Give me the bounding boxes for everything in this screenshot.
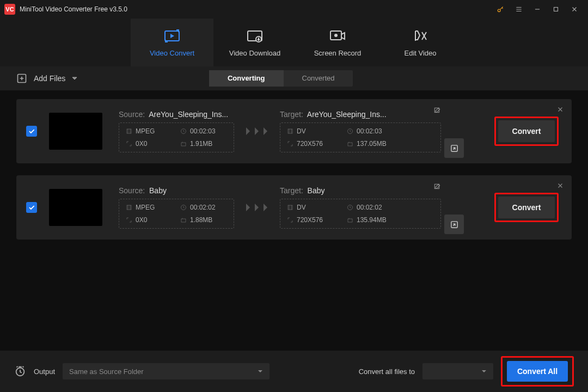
tab-screen-record[interactable]: Screen Record bbox=[296, 19, 379, 66]
target-settings-button[interactable] bbox=[444, 138, 464, 158]
tab-video-convert[interactable]: Video Convert bbox=[131, 19, 213, 66]
svg-rect-11 bbox=[288, 129, 292, 133]
highlight-convert-all: Convert All bbox=[501, 356, 574, 387]
highlight-2: Convert bbox=[494, 193, 559, 222]
size-icon bbox=[180, 140, 187, 147]
edit-video-icon bbox=[412, 28, 428, 44]
tab-label: Video Convert bbox=[150, 49, 194, 57]
file-item: Source: Baby MPEG 00:02:02 0X0 1.88MB Ta… bbox=[16, 175, 572, 240]
tab-label: Edit Video bbox=[404, 49, 436, 57]
rename-icon[interactable] bbox=[433, 107, 441, 117]
arrow-icon bbox=[244, 127, 270, 136]
source-meta: MPEG 00:02:03 0X0 1.91MB bbox=[119, 122, 234, 152]
svg-rect-10 bbox=[181, 143, 186, 146]
format-icon bbox=[287, 204, 293, 211]
target-block: Target: AreYou_Sleeping_Ins... DV 00:02:… bbox=[280, 110, 441, 152]
titlebar: VC MiniTool Video Converter Free v3.5.0 bbox=[0, 0, 588, 19]
sub-toolbar: Add Files Converting Converted bbox=[0, 66, 588, 90]
convert-button[interactable]: Convert bbox=[498, 120, 555, 142]
convert-all-button[interactable]: Convert All bbox=[507, 361, 568, 382]
size-icon bbox=[347, 217, 353, 223]
app-title: MiniTool Video Converter Free v3.5.0 bbox=[20, 5, 127, 13]
target-settings-button[interactable] bbox=[444, 215, 464, 234]
item-checkbox[interactable] bbox=[26, 126, 37, 137]
target-filename: Baby bbox=[308, 186, 325, 195]
source-label: Source: bbox=[119, 186, 145, 195]
svg-rect-21 bbox=[348, 219, 352, 222]
source-filename: AreYou_Sleeping_Ins... bbox=[149, 110, 228, 119]
minimize-icon[interactable] bbox=[528, 0, 547, 19]
target-filename: AreYou_Sleeping_Ins... bbox=[307, 110, 387, 119]
target-label: Target: bbox=[280, 186, 303, 195]
download-icon bbox=[247, 28, 263, 44]
convert-all-format-select[interactable] bbox=[422, 363, 493, 379]
source-filename: Baby bbox=[149, 186, 167, 195]
format-icon bbox=[126, 204, 132, 211]
format-icon bbox=[126, 128, 132, 134]
convert-icon bbox=[164, 28, 180, 44]
output-label: Output bbox=[34, 367, 55, 376]
chevron-down-icon bbox=[481, 366, 487, 376]
svg-point-0 bbox=[498, 9, 500, 12]
output-value: Same as Source Folder bbox=[69, 367, 144, 376]
dimensions-icon bbox=[126, 140, 132, 147]
source-meta: MPEG 00:02:02 0X0 1.88MB bbox=[119, 199, 234, 229]
dimensions-icon bbox=[287, 140, 293, 147]
record-icon bbox=[329, 28, 346, 44]
target-meta: DV 00:02:02 720X576 135.94MB bbox=[280, 199, 441, 229]
size-icon bbox=[180, 217, 187, 223]
svg-rect-1 bbox=[554, 8, 558, 11]
highlight-1: Convert bbox=[494, 117, 559, 146]
chevron-down-icon bbox=[258, 367, 263, 376]
arrow-icon bbox=[244, 203, 270, 212]
convert-button[interactable]: Convert bbox=[498, 197, 555, 218]
close-icon[interactable] bbox=[565, 0, 584, 19]
rename-icon[interactable] bbox=[433, 183, 441, 193]
svg-point-6 bbox=[334, 34, 338, 37]
menu-icon[interactable] bbox=[510, 0, 528, 19]
tab-edit-video[interactable]: Edit Video bbox=[379, 19, 462, 66]
convert-all-to-label: Convert all files to bbox=[359, 367, 415, 376]
source-block: Source: AreYou_Sleeping_Ins... MPEG 00:0… bbox=[119, 110, 234, 152]
svg-rect-13 bbox=[348, 143, 352, 146]
chevron-down-icon bbox=[72, 74, 77, 83]
remove-item-icon[interactable] bbox=[556, 182, 564, 192]
sub-tab-converted[interactable]: Converted bbox=[284, 70, 353, 87]
maximize-icon[interactable] bbox=[547, 0, 565, 19]
add-file-icon bbox=[16, 73, 27, 84]
svg-rect-18 bbox=[181, 219, 186, 222]
tab-label: Video Download bbox=[229, 49, 280, 57]
app-logo: VC bbox=[4, 4, 15, 15]
remove-item-icon[interactable] bbox=[556, 106, 564, 115]
add-files-label: Add Files bbox=[34, 74, 65, 83]
target-meta: DV 00:02:03 720X576 137.05MB bbox=[280, 122, 441, 152]
item-thumbnail bbox=[49, 113, 102, 150]
clock-icon bbox=[180, 204, 187, 211]
source-label: Source: bbox=[119, 110, 145, 119]
item-thumbnail bbox=[49, 189, 102, 226]
svg-rect-19 bbox=[288, 205, 292, 210]
key-icon[interactable] bbox=[491, 0, 510, 19]
source-block: Source: Baby MPEG 00:02:02 0X0 1.88MB bbox=[119, 186, 234, 229]
items-list: Source: AreYou_Sleeping_Ins... MPEG 00:0… bbox=[0, 90, 588, 248]
file-item: Source: AreYou_Sleeping_Ins... MPEG 00:0… bbox=[16, 99, 572, 163]
clock-icon bbox=[347, 204, 353, 211]
target-block: Target: Baby DV 00:02:02 720X576 135.94M… bbox=[280, 186, 441, 229]
sub-tab-converting[interactable]: Converting bbox=[209, 70, 284, 87]
output-folder-select[interactable]: Same as Source Folder bbox=[63, 363, 270, 379]
add-files-button[interactable]: Add Files bbox=[16, 73, 77, 84]
tab-label: Screen Record bbox=[314, 49, 362, 57]
footer: Output Same as Source Folder Convert all… bbox=[0, 351, 588, 392]
format-icon bbox=[287, 128, 293, 134]
dimensions-icon bbox=[126, 217, 132, 223]
sub-tabs: Converting Converted bbox=[209, 70, 353, 87]
item-checkbox[interactable] bbox=[26, 202, 37, 213]
main-tabs: Video Convert Video Download Screen Reco… bbox=[0, 19, 588, 66]
size-icon bbox=[347, 140, 353, 147]
target-label: Target: bbox=[280, 110, 303, 119]
dimensions-icon bbox=[287, 217, 293, 223]
schedule-icon[interactable] bbox=[14, 365, 26, 377]
clock-icon bbox=[347, 128, 353, 134]
tab-video-download[interactable]: Video Download bbox=[213, 19, 296, 66]
svg-rect-16 bbox=[127, 205, 131, 210]
